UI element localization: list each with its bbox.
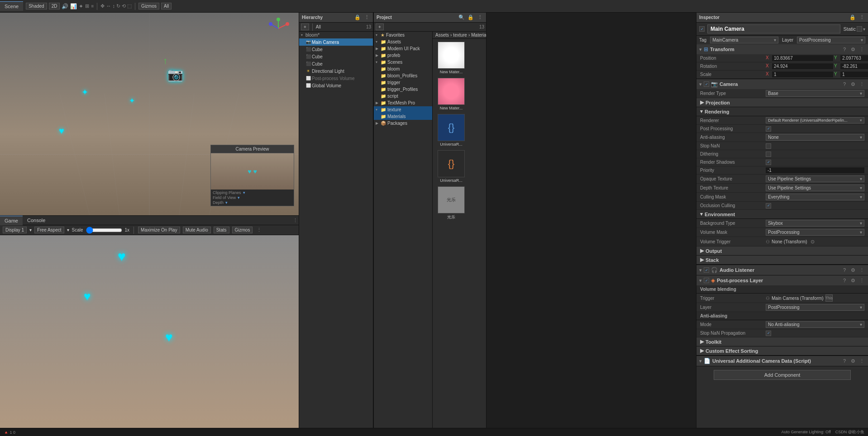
al-settings[interactable]: ⚙ [849,266,857,274]
scale-x[interactable] [772,71,833,77]
hierarchy-item-light[interactable]: ☀ Directional Light [299,67,373,75]
pp-help[interactable]: ? [841,277,848,284]
packages-folder[interactable]: ▶ 📦 Packages [374,120,432,127]
bg-type-dropdown[interactable]: Skybox [766,220,864,227]
hierarchy-item-maincamera[interactable]: 📷 Main Camera [299,38,373,46]
al-active-check[interactable]: ✓ [704,267,709,273]
culling-mask-dropdown[interactable]: Everything [766,194,864,200]
vol-mask-dropdown[interactable]: PostProcessing [766,229,864,236]
asset-thumb-5[interactable]: 光乐 光乐 [435,186,467,220]
console-tab[interactable]: Console [23,216,50,225]
bc-assets[interactable]: Assets [435,33,449,38]
bloom-folder[interactable]: 📁 bloom [374,66,432,72]
add-hierarchy[interactable]: + [301,24,309,30]
gizmos-button[interactable]: Gizmos [138,3,159,9]
c-more[interactable]: ⋮ [858,81,865,88]
asset-thumb-4[interactable]: {} UniversaR... [435,150,467,183]
stop-nan-check[interactable] [766,143,771,149]
ppl-stop-nan-check[interactable]: ✓ [766,331,771,336]
project-lock[interactable]: 🔒 [467,14,474,21]
scenes-folder[interactable]: ▾ 📁 Scenes [374,59,432,66]
game-tab[interactable]: Game [0,216,23,225]
object-name-input[interactable] [707,24,840,33]
al-help[interactable]: ? [841,266,848,274]
script-folder[interactable]: 📁 script [374,93,432,100]
hierarchy-item-globalvolume[interactable]: ⬜ Global Volume [299,82,373,89]
scene-tab[interactable]: Scene [0,1,23,11]
texture-folder[interactable]: ▾ 📁 texture [374,106,432,113]
pp-active-check[interactable]: ✓ [704,278,709,283]
add-component-button[interactable]: Add Component [714,370,851,380]
profeb-folder[interactable]: ▶ 📁 profeb [374,52,432,59]
t-help[interactable]: ? [841,46,848,53]
renderer-dropdown[interactable]: Default Renderer (UniversalRenderPipelin… [766,117,864,123]
add-project[interactable]: + [376,24,384,30]
2d-button[interactable]: 2D [49,3,60,9]
al-more[interactable]: ⋮ [858,266,865,274]
output-expand[interactable]: ▶ Output [696,246,868,256]
post-proc-check[interactable]: ✓ [766,126,771,132]
dithering-check[interactable] [766,152,771,157]
gizmos-btn[interactable]: Gizmos [232,227,253,233]
static-arrow[interactable]: ▾ [863,27,865,32]
shaded-dropdown[interactable]: Shaded [26,3,47,9]
stack-expand[interactable]: ▶ Stack [696,256,868,265]
project-search[interactable]: 🔍 [458,14,465,21]
hierarchy-item-cube1[interactable]: ⬛ Cube [299,46,373,53]
all-button[interactable]: All [161,3,172,9]
projection-expand[interactable]: ▶ Projection [696,98,868,107]
hierarchy-item-cube2[interactable]: ⬛ Cube [299,53,373,60]
ppl-trigger-this[interactable]: This [825,294,833,302]
inspector-lock[interactable]: 🔒 [849,14,856,21]
toolkit-expand[interactable]: ▶ Toolkit [696,337,868,346]
environment-expand[interactable]: ▾ Environment [696,210,868,219]
bc-materials[interactable]: Materials [471,33,486,38]
tag-dropdown[interactable]: MainCamera [710,37,778,43]
mute-btn[interactable]: Mute Audio [183,227,211,233]
aa-dropdown[interactable]: None [766,134,864,141]
priority-input[interactable] [766,167,864,173]
active-checkbox[interactable]: ✓ [699,26,705,32]
depth-tex-dropdown[interactable]: Use Pipeline Settings [766,185,864,191]
custom-effect-expand[interactable]: ▶ Custom Effect Sorting [696,346,868,355]
static-checkbox[interactable] [857,26,862,32]
audio-listener-header[interactable]: ▾ ✓ 🎧 Audio Listener ? ⚙ ⋮ [696,265,868,275]
universal-camera-header[interactable]: ▾ 📄 Universal Additional Camera Data (Sc… [696,356,868,366]
camera-active-check[interactable]: ✓ [704,81,709,87]
ppl-layer-dropdown[interactable]: PostProcessing [766,304,864,311]
modern-ui-pack[interactable]: ▶ 📁 Modern UI Pack [374,45,432,52]
inspector-more[interactable]: ⋮ [858,14,865,21]
t-more[interactable]: ⋮ [858,46,865,53]
display-dropdown[interactable]: Display 1 [3,227,27,233]
c-help[interactable]: ? [841,81,848,88]
position-y[interactable] [840,55,868,61]
bc-texture[interactable]: texture [453,33,467,38]
aspect-dropdown[interactable]: Free Aspect [34,227,64,233]
asset-thumb-1[interactable]: New Mater... [435,42,467,74]
uc-more[interactable]: ⋮ [858,357,865,365]
trigger-folder[interactable]: 📁 trigger [374,79,432,86]
render-shadows-check[interactable]: ✓ [766,160,771,165]
scale-slider[interactable] [86,227,122,234]
materials-folder[interactable]: 📁 Materials [374,113,432,120]
pp-more[interactable]: ⋮ [858,277,865,284]
maximize-btn[interactable]: Maximize On Play [138,227,180,233]
rotation-x[interactable] [772,63,833,69]
assets-root[interactable]: ▾ 📁 Assets [374,38,432,45]
trigger-profiles-folder[interactable]: 📁 trigger_Profiles [374,86,432,93]
hierarchy-item-postprocess[interactable]: ⬜ Post-process Volume [299,75,373,82]
asset-thumb-2[interactable]: New Mater... [435,78,467,110]
scene-content[interactable]: 📷 ✦ ♥ ✦ ↑ Camera Preview ♥ ♥ Clipping Pl [0,13,299,215]
favorites-item[interactable]: ▾ ★ Favorites [374,32,432,38]
camera-header[interactable]: ▾ ✓ 📷 Camera ? ⚙ ⋮ [696,79,868,89]
scale-y[interactable] [840,71,868,77]
c-settings[interactable]: ⚙ [849,81,857,88]
game-content[interactable]: ♥ ♥ ♥ [0,235,299,428]
t-settings[interactable]: ⚙ [849,46,857,53]
transform-header[interactable]: ▾ ⊞ Transform ? ⚙ ⋮ [696,44,868,54]
render-type-dropdown[interactable]: Base [766,90,864,97]
uc-settings[interactable]: ⚙ [849,357,857,365]
stats-btn[interactable]: Stats [214,227,229,233]
hierarchy-more[interactable]: ⋮ [363,14,370,21]
pp-settings[interactable]: ⚙ [849,277,857,284]
